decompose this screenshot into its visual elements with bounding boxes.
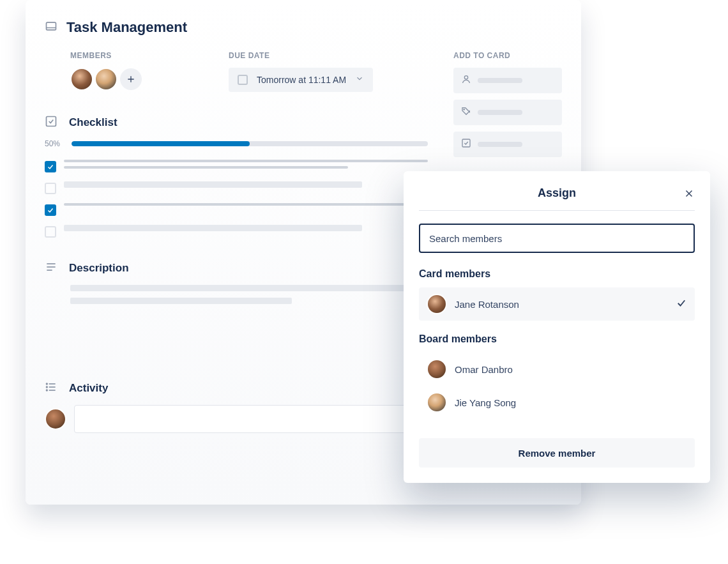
member-row[interactable]: Omar Danbro <box>419 353 695 386</box>
popup-header: Assign <box>419 187 695 211</box>
members-block: MEMBERS <box>70 51 142 91</box>
checklist-icon <box>461 138 471 151</box>
member-avatar <box>427 294 447 314</box>
board-members-section: Board members Omar Danbro Jie Yang Song <box>419 333 695 419</box>
due-date-pill[interactable]: Tomorrow at 11:11 AM <box>229 68 373 92</box>
checklist-item-text <box>64 203 428 206</box>
checkbox-unchecked[interactable] <box>45 183 56 194</box>
svg-rect-0 <box>47 22 56 30</box>
progress-percent-label: 50% <box>45 139 65 148</box>
due-date-label: DUE DATE <box>229 51 373 60</box>
add-to-card-label: ADD TO CARD <box>453 51 562 60</box>
due-date-checkbox[interactable] <box>238 75 248 85</box>
checklist-item[interactable] <box>45 181 428 194</box>
svg-point-13 <box>47 390 48 391</box>
sidebar-placeholder <box>478 78 522 83</box>
member-avatar <box>427 392 447 413</box>
tag-icon <box>461 106 471 119</box>
member-name: Omar Danbro <box>455 364 687 375</box>
member-avatar[interactable] <box>95 68 118 91</box>
sidebar-placeholder <box>478 110 522 115</box>
checkbox-checked[interactable] <box>45 204 56 216</box>
sidebar-add-checklist[interactable] <box>453 132 562 157</box>
assign-popup: Assign Card members Jane Rotanson Board … <box>404 171 710 483</box>
current-user-avatar <box>45 408 66 430</box>
add-member-button[interactable] <box>120 68 142 90</box>
checklist-item[interactable] <box>45 225 428 238</box>
card-members-section: Card members Jane Rotanson <box>419 268 695 321</box>
remove-member-button[interactable]: Remove member <box>419 438 695 468</box>
person-icon <box>461 74 471 87</box>
description-placeholder[interactable] <box>70 285 428 304</box>
popup-title: Assign <box>538 187 576 200</box>
member-row[interactable]: Jie Yang Song <box>419 386 695 419</box>
activity-header: Activity <box>45 381 428 396</box>
member-avatar[interactable] <box>70 68 93 91</box>
sidebar-add-labels[interactable] <box>453 100 562 125</box>
svg-point-12 <box>47 386 48 388</box>
member-avatars <box>70 68 142 91</box>
checklist-item[interactable] <box>45 203 428 216</box>
member-avatar <box>427 359 447 379</box>
due-date-block: DUE DATE Tomorrow at 11:11 AM <box>229 51 373 92</box>
sidebar-placeholder <box>478 142 522 147</box>
description-icon <box>45 261 60 276</box>
checklist-progress: 50% <box>45 139 428 148</box>
activity-icon <box>45 381 60 396</box>
activity-comment-input[interactable] <box>74 405 428 433</box>
checklist-item-text <box>64 160 428 169</box>
checklist-icon <box>45 115 60 130</box>
checklist-item[interactable] <box>45 160 428 172</box>
due-date-text: Tomorrow at 11:11 AM <box>257 75 346 85</box>
svg-point-15 <box>464 109 464 110</box>
checkbox-checked[interactable] <box>45 161 56 172</box>
checklist-item-text <box>64 181 428 188</box>
card-members-label: Card members <box>419 268 695 280</box>
description-title: Description <box>69 262 129 275</box>
card-header: Task Management <box>45 19 562 36</box>
card-title: Task Management <box>66 19 187 36</box>
svg-point-14 <box>464 76 467 79</box>
search-members-input[interactable] <box>419 224 695 253</box>
sidebar-add-members[interactable] <box>453 68 562 93</box>
activity-title: Activity <box>69 382 108 395</box>
svg-rect-16 <box>462 139 470 147</box>
check-icon <box>676 297 687 311</box>
checklist-title: Checklist <box>69 116 118 129</box>
checkbox-unchecked[interactable] <box>45 226 56 238</box>
progress-bar <box>72 141 428 146</box>
description-header: Description <box>45 261 428 276</box>
progress-fill <box>72 141 250 146</box>
svg-rect-4 <box>47 117 56 126</box>
board-members-label: Board members <box>419 333 695 345</box>
svg-point-11 <box>47 383 48 385</box>
member-name: Jane Rotanson <box>455 299 668 310</box>
close-icon[interactable] <box>683 188 695 202</box>
chevron-down-icon <box>355 74 364 86</box>
members-label: MEMBERS <box>70 51 142 60</box>
checklist-header: Checklist <box>45 115 428 130</box>
checklist-item-text <box>64 225 428 231</box>
member-row[interactable]: Jane Rotanson <box>419 287 695 321</box>
card-icon <box>45 20 57 35</box>
member-name: Jie Yang Song <box>455 397 687 408</box>
